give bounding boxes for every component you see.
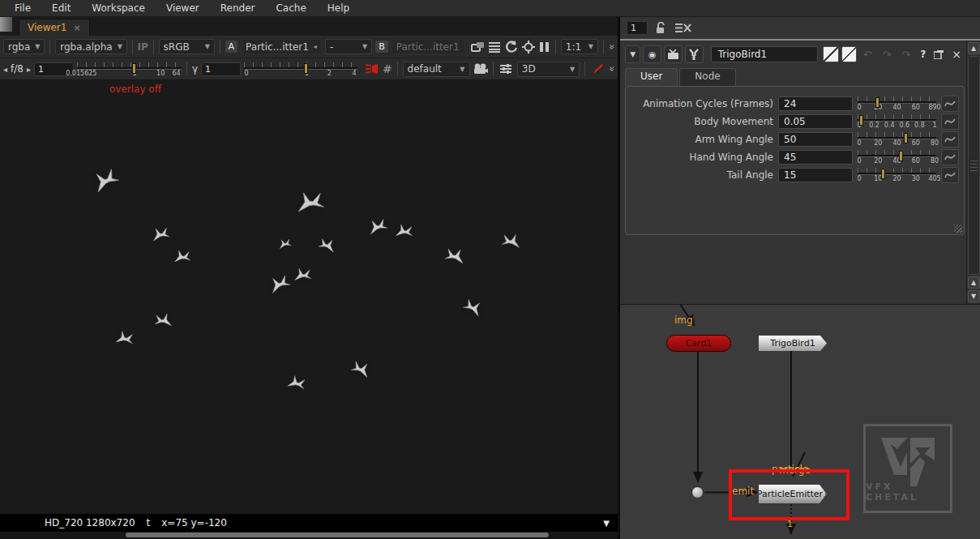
- clear-panels-icon[interactable]: [675, 23, 691, 33]
- param-slider[interactable]: 020406080: [858, 130, 936, 148]
- colorspace-dropdown[interactable]: sRGB▼: [159, 39, 215, 54]
- tab-close-icon[interactable]: ×: [73, 23, 80, 33]
- collapse-toolbar-icon[interactable]: »: [606, 44, 617, 49]
- close-panel-icon[interactable]: ×: [948, 48, 965, 61]
- param-slider[interactable]: 020406080: [858, 148, 936, 166]
- gain-slider[interactable]: 0.01562511064: [77, 61, 182, 77]
- slider-tick-label: 4: [352, 70, 356, 77]
- output-count-label: 1: [787, 519, 793, 529]
- properties-top-row: 1: [620, 17, 980, 39]
- param-value-input[interactable]: 0.05: [778, 114, 853, 129]
- param-slider[interactable]: 0102030405: [858, 166, 936, 184]
- animation-curve-button[interactable]: [941, 149, 959, 165]
- tab-node[interactable]: Node: [679, 68, 735, 86]
- param-row: Animation Cycles (Frames)240204060890: [629, 95, 959, 113]
- pane-splitter-handle[interactable]: [0, 17, 12, 32]
- float-panel-icon[interactable]: [931, 50, 946, 59]
- animation-curve-button[interactable]: [941, 113, 959, 130]
- status-expander-icon[interactable]: ▼: [603, 519, 610, 528]
- properties-scrollbar[interactable]: ▲ ▲ ▼: [966, 41, 980, 304]
- wrench-icon[interactable]: [685, 45, 704, 63]
- a-buffer-dropdown[interactable]: Partic...itter1◂: [241, 39, 322, 54]
- scroll-down-icon[interactable]: ▼: [968, 290, 980, 302]
- channel-dropdown[interactable]: rgba▼: [3, 39, 45, 54]
- animation-curve-button[interactable]: [941, 96, 959, 112]
- alpha-channel-dropdown[interactable]: rgba.alpha▼: [55, 39, 127, 54]
- menu-item-file[interactable]: File: [5, 1, 41, 15]
- unlock-icon[interactable]: [656, 22, 667, 34]
- refresh-icon[interactable]: [504, 40, 519, 54]
- animation-curve-button[interactable]: [941, 131, 959, 148]
- slider-handle[interactable]: [875, 97, 879, 108]
- scrollbar-thumb[interactable]: [126, 533, 549, 537]
- viewer-canvas[interactable]: overlay off: [0, 80, 618, 514]
- pause-icon[interactable]: [538, 40, 550, 54]
- collapse-toolbar-icon[interactable]: »: [606, 66, 617, 71]
- menu-item-edit[interactable]: Edit: [42, 1, 80, 15]
- slider-handle[interactable]: [304, 63, 308, 74]
- node-graph[interactable]: img Card1 TrigoBird1 emit merge particle…: [620, 304, 980, 539]
- param-row: Tail Angle150102030405: [629, 166, 959, 184]
- zoom-level-dropdown[interactable]: 1:1▼: [561, 39, 598, 54]
- gain-light-icon[interactable]: [364, 62, 379, 76]
- slider-handle[interactable]: [904, 133, 908, 143]
- menu-item-render[interactable]: Render: [211, 1, 265, 15]
- node-dot[interactable]: [691, 486, 704, 498]
- menu-item-cache[interactable]: Cache: [266, 1, 315, 15]
- prev-arrow-icon[interactable]: ◂: [3, 65, 7, 74]
- b-buffer-dropdown[interactable]: Partic...itter1: [392, 39, 464, 54]
- resize-grip[interactable]: [954, 225, 962, 233]
- stack-layers-icon[interactable]: [488, 40, 501, 54]
- scrollbar-track[interactable]: [968, 56, 980, 275]
- gamma-input[interactable]: 1: [201, 62, 241, 76]
- menu-item-help[interactable]: Help: [318, 1, 359, 15]
- tab-viewer1[interactable]: Viewer1 ×: [19, 19, 90, 36]
- adjust-sliders-icon[interactable]: [499, 62, 514, 76]
- scroll-up-icon[interactable]: ▲: [968, 276, 980, 289]
- node-color-swatch[interactable]: [823, 46, 838, 62]
- a-buffer-label: A: [225, 41, 238, 53]
- gamma-slider[interactable]: 0124: [244, 61, 357, 77]
- slider-handle[interactable]: [899, 151, 903, 161]
- slider-tick-label: 890: [928, 104, 940, 111]
- param-value-input[interactable]: 24: [778, 96, 853, 111]
- menu-item-workspace[interactable]: Workspace: [82, 1, 155, 15]
- node-name-input[interactable]: TrigoBird1: [711, 46, 818, 62]
- annotation-pen-icon[interactable]: [590, 62, 606, 76]
- slider-tick-label: 20: [874, 139, 882, 147]
- center-node-button[interactable]: ◉: [643, 45, 661, 63]
- ab-blend-dropdown[interactable]: -▼: [325, 39, 372, 54]
- animation-curve-button[interactable]: [941, 167, 959, 183]
- tab-user[interactable]: User: [625, 68, 678, 86]
- param-slider[interactable]: 0204060890: [858, 95, 936, 113]
- chevron-down-icon: ▼: [362, 43, 367, 50]
- help-button[interactable]: ?: [917, 49, 929, 60]
- slider-handle[interactable]: [859, 115, 863, 126]
- scroll-up-icon[interactable]: ▲: [968, 42, 980, 54]
- wireframe-grid-icon[interactable]: #: [383, 62, 392, 75]
- max-panels-input[interactable]: 1: [627, 21, 648, 35]
- view-preset-dropdown[interactable]: default▼: [403, 62, 470, 77]
- bird-particle: [444, 249, 467, 267]
- projection-mode-dropdown[interactable]: 3D▼: [517, 62, 580, 77]
- param-value-input[interactable]: 45: [778, 150, 853, 165]
- next-arrow-icon[interactable]: ▸: [27, 65, 31, 74]
- slider-tick-label: 0.8: [914, 122, 925, 129]
- param-value-input[interactable]: 15: [778, 168, 853, 182]
- camera-icon[interactable]: [473, 62, 489, 76]
- node-card1[interactable]: Card1: [666, 335, 731, 352]
- chevron-down-icon: ▼: [570, 66, 575, 73]
- roi-gear-icon[interactable]: [522, 40, 535, 54]
- monitor-output-button[interactable]: [664, 45, 683, 63]
- slider-handle[interactable]: [132, 63, 136, 74]
- menu-item-viewer[interactable]: Viewer: [156, 1, 209, 15]
- horizontal-scrollbar[interactable]: [0, 532, 618, 539]
- param-slider[interactable]: 00.20.40.60.81: [858, 113, 936, 130]
- wipe-icon[interactable]: [471, 40, 485, 54]
- collapse-panel-button[interactable]: ▼: [625, 45, 640, 63]
- node-trigobird1[interactable]: TrigoBird1: [759, 336, 827, 351]
- param-value-input[interactable]: 50: [778, 132, 853, 147]
- gl-color-swatch[interactable]: [841, 46, 857, 62]
- slider-handle[interactable]: [881, 169, 885, 179]
- input-process-toggle[interactable]: IP: [138, 41, 148, 53]
